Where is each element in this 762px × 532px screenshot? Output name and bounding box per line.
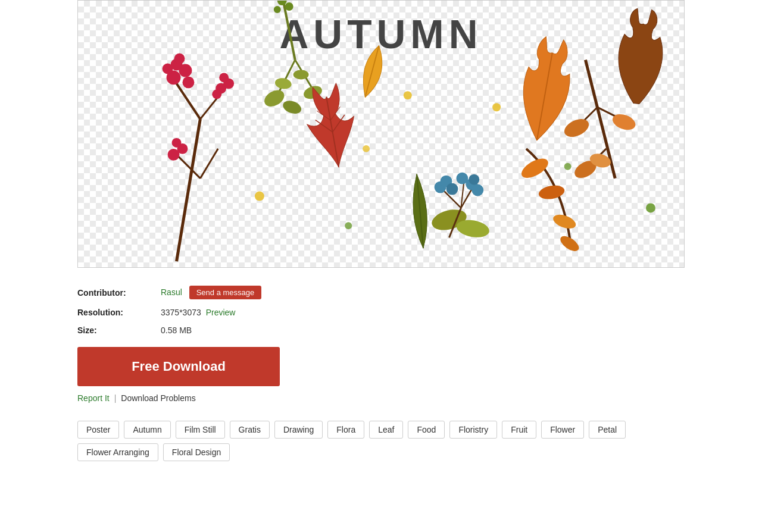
svg-line-2: [177, 83, 201, 119]
free-download-button[interactable]: Free Download: [77, 347, 280, 386]
size-label: Size:: [77, 326, 161, 335]
tag-item[interactable]: Flower: [541, 421, 584, 439]
svg-point-18: [212, 89, 221, 99]
resolution-value: 3375*3073 Preview: [161, 308, 235, 317]
svg-point-41: [561, 115, 592, 140]
resolution-row: Resolution: 3375*3073 Preview: [77, 308, 685, 317]
svg-point-10: [163, 64, 173, 74]
svg-point-65: [492, 103, 501, 111]
svg-point-9: [182, 76, 194, 88]
svg-point-14: [172, 138, 182, 148]
info-section: Contributor: Rasul Send a message Resolu…: [77, 286, 685, 335]
tag-item[interactable]: Floristry: [449, 421, 497, 439]
svg-text:AUTUMN: AUTUMN: [279, 12, 482, 57]
svg-line-5: [200, 149, 218, 179]
tag-item[interactable]: Food: [408, 421, 445, 439]
resolution-text: 3375*3073: [161, 308, 201, 317]
svg-point-64: [363, 145, 370, 152]
svg-point-27: [277, 1, 287, 5]
svg-point-57: [456, 173, 468, 184]
svg-point-17: [219, 73, 229, 82]
contributor-row: Contributor: Rasul Send a message: [77, 286, 685, 299]
svg-point-68: [345, 222, 352, 229]
contributor-value: Rasul Send a message: [161, 286, 261, 299]
send-message-button[interactable]: Send a message: [189, 286, 262, 299]
svg-point-60: [538, 184, 566, 201]
tag-item[interactable]: Poster: [77, 421, 119, 439]
autumn-illustration: AUTUMN: [78, 1, 684, 267]
svg-point-23: [281, 98, 303, 116]
svg-point-25: [274, 77, 292, 90]
contributor-label: Contributor:: [77, 288, 161, 298]
svg-point-55: [471, 184, 483, 196]
svg-point-11: [174, 54, 185, 64]
tag-item[interactable]: Floral Design: [163, 443, 230, 461]
svg-point-66: [564, 163, 572, 170]
svg-point-28: [285, 2, 293, 11]
tag-item[interactable]: Drawing: [274, 421, 323, 439]
tag-item[interactable]: Fruit: [502, 421, 536, 439]
svg-point-53: [446, 183, 458, 195]
svg-point-67: [255, 192, 264, 201]
report-it-link[interactable]: Report It: [77, 393, 110, 403]
tag-item[interactable]: Autumn: [124, 421, 170, 439]
svg-point-69: [646, 203, 655, 212]
svg-line-4: [177, 155, 201, 179]
separator: |: [114, 393, 117, 403]
image-container: AUTUMN: [77, 0, 685, 268]
svg-point-29: [274, 6, 281, 13]
size-value: 0.58 MB: [161, 326, 192, 335]
tag-item[interactable]: Leaf: [369, 421, 403, 439]
svg-point-26: [293, 70, 309, 79]
svg-point-42: [610, 111, 638, 133]
tag-item[interactable]: Petal: [589, 421, 626, 439]
tag-item[interactable]: Gratis: [230, 421, 270, 439]
contributor-link[interactable]: Rasul: [161, 287, 182, 297]
size-row: Size: 0.58 MB: [77, 326, 685, 335]
svg-line-20: [277, 60, 295, 96]
tag-item[interactable]: Film Still: [176, 421, 225, 439]
tag-item[interactable]: Flower Arranging: [77, 443, 158, 461]
resolution-label: Resolution:: [77, 308, 161, 317]
tag-item[interactable]: Flora: [327, 421, 364, 439]
preview-link[interactable]: Preview: [206, 308, 236, 317]
download-problems-link[interactable]: Download Problems: [121, 393, 195, 403]
tags-section: PosterAutumnFilm StillGratisDrawingFlora…: [77, 421, 685, 461]
links-row: Report It | Download Problems: [77, 393, 685, 403]
svg-point-63: [404, 91, 412, 99]
svg-point-56: [469, 174, 479, 185]
